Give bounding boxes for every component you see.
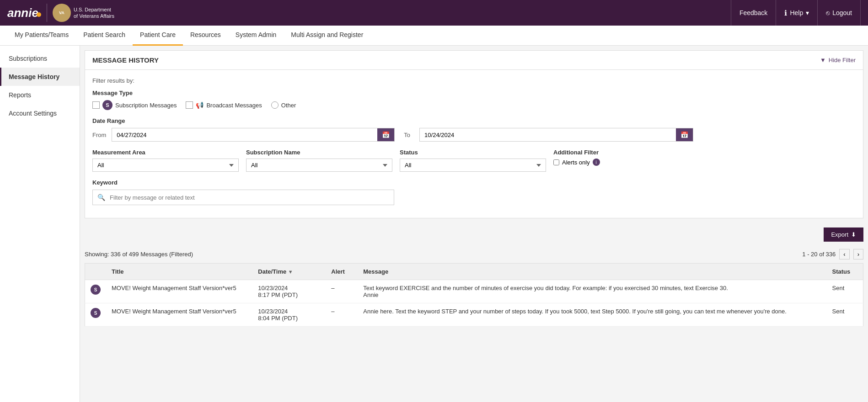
subscription-icon: S — [102, 100, 113, 110]
subscription-name-label: Subscription Name — [246, 149, 392, 156]
alerts-only-checkbox[interactable] — [553, 159, 559, 165]
filter-icon: ▼ — [820, 57, 826, 63]
col-header-alert: Alert — [326, 264, 358, 280]
sidebar-item-reports[interactable]: Reports — [0, 86, 80, 104]
date-range-label: Date Range — [92, 117, 856, 124]
export-row: Export ⬇ — [85, 223, 863, 246]
sidebar-item-subscriptions[interactable]: Subscriptions — [0, 49, 80, 68]
message-history-table: Title Date/Time ▼ Alert Message — [85, 263, 863, 327]
hide-filter-button[interactable]: ▼ Hide Filter — [820, 57, 856, 63]
annie-logo: annie — [7, 6, 41, 20]
table-row: S MOVE! Weight Management Staff Version*… — [85, 303, 863, 327]
nav-my-patients-teams[interactable]: My Patients/Teams — [7, 26, 76, 46]
col-header-title: Title — [106, 264, 252, 280]
from-date-input[interactable] — [112, 129, 377, 141]
from-date-input-wrap: 📅 — [112, 128, 395, 142]
download-icon: ⬇ — [851, 231, 856, 238]
additional-filter-group: Additional Filter Alerts only i — [553, 149, 600, 166]
sort-icon: ▼ — [288, 269, 293, 275]
showing-row: Showing: 336 of 499 Messages (Filtered) … — [85, 246, 863, 263]
sidebar-item-account-settings[interactable]: Account Settings — [0, 104, 80, 122]
additional-filter-label: Additional Filter — [553, 149, 600, 156]
alerts-only-info-icon[interactable]: i — [593, 159, 600, 166]
main-layout: Subscriptions Message History Reports Ac… — [0, 46, 868, 402]
alerts-only-label: Alerts only — [562, 159, 590, 166]
keyword-input[interactable] — [110, 191, 394, 204]
from-label: From — [92, 132, 106, 138]
to-date-input[interactable] — [420, 129, 676, 141]
to-label: To — [400, 132, 414, 138]
row-2-title: MOVE! Weight Management Staff Version*ve… — [106, 303, 252, 327]
annie-logo-text: annie — [7, 6, 41, 20]
sidebar-item-message-history[interactable]: Message History — [0, 68, 80, 86]
row-1-subscription-icon: S — [91, 285, 101, 295]
from-calendar-button[interactable]: 📅 — [377, 128, 394, 141]
feedback-button[interactable]: Feedback — [731, 0, 776, 26]
va-logo: VA U.S. Department of Veterans Affairs — [47, 4, 114, 22]
top-bar-left: annie VA U.S. Department of Veterans Aff… — [7, 4, 114, 22]
measurement-area-label: Measurement Area — [92, 149, 239, 156]
showing-text: Showing: 336 of 499 Messages (Filtered) — [85, 251, 193, 258]
pagination-text: 1 - 20 of 336 — [802, 251, 836, 258]
broadcast-checkbox[interactable] — [186, 101, 193, 109]
message-types: S Subscription Messages 📢 Broadcast Mess… — [92, 100, 856, 110]
second-nav: My Patients/Teams Patient Search Patient… — [0, 26, 868, 46]
row-2-icon-cell: S — [85, 303, 107, 327]
nav-multi-assign-register[interactable]: Multi Assign and Register — [284, 26, 370, 46]
broadcast-messages-option[interactable]: 📢 Broadcast Messages — [186, 101, 262, 109]
col-header-status: Status — [827, 264, 863, 280]
row-1-status: Sent — [827, 280, 863, 303]
filter-results-by-label: Filter results by: — [92, 77, 856, 84]
nav-patient-care[interactable]: Patient Care — [133, 26, 183, 46]
subscription-checkbox[interactable] — [92, 101, 100, 109]
status-select[interactable]: All — [400, 159, 546, 172]
broadcast-icon: 📢 — [196, 101, 204, 109]
panel-header: MESSAGE HISTORY ▼ Hide Filter — [85, 51, 863, 70]
filter-area: Filter results by: Message Type S Subscr… — [85, 70, 863, 218]
row-2-datetime: 10/23/2024 8:04 PM (PDT) — [252, 303, 326, 327]
col-header-datetime[interactable]: Date/Time ▼ — [252, 264, 326, 280]
keyword-input-wrap: 🔍 — [92, 190, 394, 205]
top-bar-right: Feedback ℹ Help ▾ ⎋ Logout — [731, 0, 861, 26]
row-2-subscription-icon: S — [91, 308, 101, 318]
help-button[interactable]: ℹ Help ▾ — [776, 0, 818, 26]
table-row: S MOVE! Weight Management Staff Version*… — [85, 280, 863, 303]
logout-icon: ⎋ — [826, 9, 830, 16]
previous-page-button[interactable]: ‹ — [839, 249, 849, 259]
keyword-row: 🔍 — [92, 190, 856, 205]
top-bar: annie VA U.S. Department of Veterans Aff… — [0, 0, 868, 26]
va-seal: VA — [53, 4, 71, 22]
measurement-area-select[interactable]: All — [92, 159, 239, 172]
table-area: Export ⬇ Showing: 336 of 499 Messages (F… — [80, 223, 868, 331]
col-header-icon — [85, 264, 107, 280]
to-date-input-wrap: 📅 — [419, 128, 693, 142]
alerts-only-row: Alerts only i — [553, 159, 600, 166]
row-2-message: Annie here. Text the keyword STEP and yo… — [358, 303, 826, 327]
nav-resources[interactable]: Resources — [183, 26, 228, 46]
subscription-name-select[interactable]: All — [246, 159, 392, 172]
col-header-message: Message — [358, 264, 826, 280]
subscription-name-group: Subscription Name All — [246, 149, 392, 172]
export-button[interactable]: Export ⬇ — [824, 227, 863, 242]
other-checkbox[interactable] — [271, 101, 279, 109]
other-messages-option[interactable]: Other — [271, 101, 296, 109]
info-icon: ℹ — [784, 9, 787, 17]
next-page-button[interactable]: › — [853, 249, 863, 259]
message-history-panel: MESSAGE HISTORY ▼ Hide Filter Filter res… — [85, 50, 863, 218]
nav-patient-search[interactable]: Patient Search — [76, 26, 133, 46]
subscription-messages-option[interactable]: S Subscription Messages — [92, 100, 177, 110]
export-label: Export — [831, 231, 848, 238]
content-area: MESSAGE HISTORY ▼ Hide Filter Filter res… — [80, 46, 868, 402]
status-label: Status — [400, 149, 546, 156]
logout-button[interactable]: ⎋ Logout — [818, 0, 861, 26]
panel-title: MESSAGE HISTORY — [92, 56, 159, 64]
row-1-message: Text keyword EXERCISE and the number of … — [358, 280, 826, 303]
message-type-label: Message Type — [92, 90, 856, 96]
sidebar: Subscriptions Message History Reports Ac… — [0, 46, 80, 402]
status-group: Status All — [400, 149, 546, 172]
measurement-area-group: Measurement Area All — [92, 149, 239, 172]
row-2-status: Sent — [827, 303, 863, 327]
to-calendar-button[interactable]: 📅 — [676, 128, 693, 141]
nav-system-admin[interactable]: System Admin — [228, 26, 284, 46]
table-header-row: Title Date/Time ▼ Alert Message — [85, 264, 863, 280]
